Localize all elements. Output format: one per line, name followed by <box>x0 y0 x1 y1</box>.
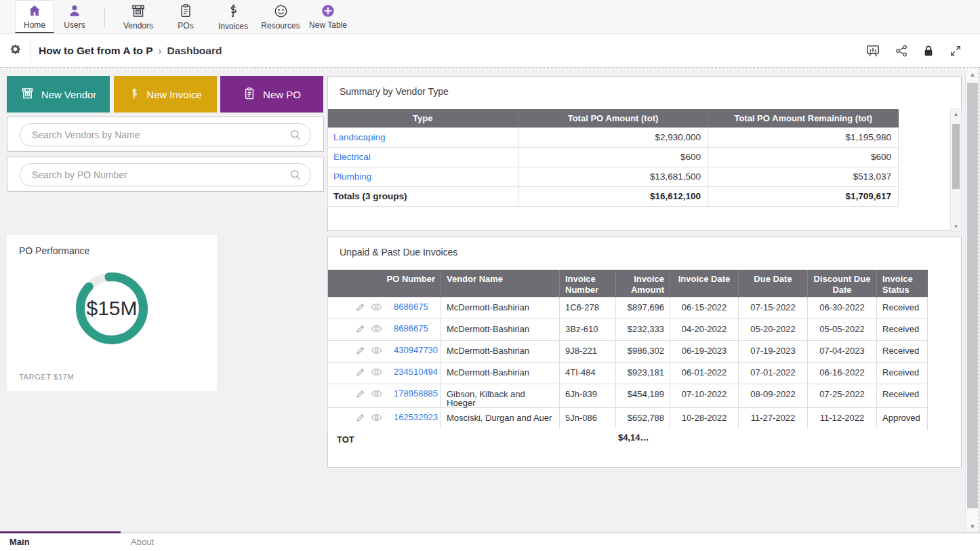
summary-column-header[interactable]: Type <box>328 109 518 127</box>
top-nav: Home UsersA Vendors POs Invoices Resourc… <box>0 0 980 34</box>
invoice-date-cell: 04-20-2022 <box>670 319 739 340</box>
invoices-column-header[interactable]: Invoice Number <box>560 270 616 297</box>
tab-about[interactable]: About <box>131 532 154 551</box>
invoice-status-cell: Received <box>877 340 928 362</box>
search-icon[interactable] <box>289 129 302 141</box>
nav-tab-home[interactable]: Home <box>15 0 54 33</box>
total-po-remaining-cell: $1,195,980 <box>708 127 899 147</box>
invoice-number-cell: 5Jn-086 <box>560 407 616 429</box>
po-number-link[interactable]: 178958885 <box>394 389 438 398</box>
invoices-column-header[interactable]: Invoice Status <box>877 270 928 297</box>
fullscreen-icon[interactable] <box>949 44 962 58</box>
preview-frame-edge <box>979 68 979 532</box>
invoice-status-cell: Received <box>877 297 928 319</box>
edit-icon[interactable] <box>355 367 366 377</box>
page-scroll-thumb[interactable] <box>967 83 978 508</box>
po-search-input[interactable] <box>20 169 289 180</box>
summary-panel: Summary by Vendor Type TypeTotal PO Amou… <box>327 76 962 231</box>
new-po-button[interactable]: New PO <box>220 76 323 113</box>
summary-column-header[interactable]: Total PO Amount Remaining (tot) <box>708 109 899 127</box>
totals-label-cell: Totals (3 groups) <box>328 186 518 206</box>
invoice-number-cell: 3Bz-610 <box>560 319 616 340</box>
po-number-link[interactable]: 8686675 <box>394 302 428 311</box>
po-number-link[interactable]: 234510494 <box>394 367 438 376</box>
summary-column-header[interactable]: Total PO Amount (tot) <box>518 109 708 127</box>
search-icon[interactable] <box>289 169 302 181</box>
invoice-amount-cell: $897,696 <box>616 297 670 319</box>
invoices-column-header[interactable]: Discount Due Date <box>808 270 877 297</box>
vendor-search-panel <box>7 117 324 152</box>
summary-scrollbar[interactable]: ▲ ▼ <box>950 108 962 232</box>
svg-text:A: A <box>26 92 28 96</box>
present-board-icon[interactable] <box>865 44 880 58</box>
scroll-up-icon[interactable]: ▲ <box>966 69 979 80</box>
summary-title: Summary by Vendor Type <box>340 86 449 97</box>
new-vendor-button[interactable]: A New Vendor <box>7 76 110 113</box>
invoices-footer-row: TOT $4,14… <box>328 428 927 451</box>
view-icon[interactable] <box>371 367 382 377</box>
vendor-type-link[interactable]: Electrical <box>333 152 371 162</box>
invoice-date-cell: 10-28-2022 <box>670 407 739 429</box>
edit-icon[interactable] <box>355 388 366 399</box>
bottom-tab-bar: MainAbout <box>0 532 980 551</box>
po-number-link[interactable]: 8686675 <box>394 324 428 333</box>
invoice-status-cell: Received <box>877 319 928 340</box>
invoices-header-row: PO NumberVendor NameInvoice NumberInvoic… <box>328 270 928 297</box>
invoices-column-header[interactable]: Invoice Amount <box>616 270 670 297</box>
summary-table: TypeTotal PO Amount (tot)Total PO Amount… <box>327 109 899 207</box>
vendor-type-link[interactable]: Plumbing <box>333 171 371 182</box>
scroll-down-icon[interactable]: ▼ <box>951 222 961 231</box>
vendor-type-link-cell: Landscaping <box>328 127 518 147</box>
invoices-column-header[interactable]: Vendor Name <box>441 270 560 297</box>
view-icon[interactable] <box>371 389 382 399</box>
summary-scroll-thumb[interactable] <box>952 124 960 189</box>
discount-due-date-cell: 06-16-2022 <box>808 362 877 384</box>
nav-item-invoices[interactable]: Invoices <box>209 0 257 33</box>
scroll-down-icon[interactable]: ▼ <box>966 521 979 532</box>
home-icon <box>27 3 42 18</box>
po-number-link[interactable]: 430947730 <box>394 346 438 354</box>
vendor-search-input[interactable] <box>20 129 289 140</box>
tab-main[interactable]: Main <box>9 532 30 551</box>
share-icon[interactable] <box>895 44 908 58</box>
scroll-up-icon[interactable]: ▲ <box>951 109 961 119</box>
nav-item-vendors[interactable]: A Vendors <box>115 0 162 33</box>
vendor-name-cell: Mosciski, Durgan and Auer <box>441 407 560 429</box>
nav-label: Users <box>64 20 85 30</box>
vendor-type-link[interactable]: Landscaping <box>333 132 386 142</box>
invoices-column-header[interactable]: Due Date <box>739 270 808 297</box>
due-date-cell: 07-01-2022 <box>739 362 808 384</box>
po-number-cell: 8686675 <box>328 319 441 340</box>
edit-icon[interactable] <box>355 412 366 423</box>
invoices-column-header[interactable]: PO Number <box>328 270 441 297</box>
discount-due-date-cell: 11-12-2022 <box>808 407 877 429</box>
nav-item-pos[interactable]: POs <box>162 0 209 33</box>
po-icon <box>243 86 256 103</box>
view-icon[interactable] <box>371 324 382 333</box>
po-number-cell: 234510494 <box>328 362 441 384</box>
page-scrollbar[interactable]: ▲ ▼ <box>965 69 979 532</box>
view-icon[interactable] <box>371 302 382 312</box>
nav-tab-users[interactable]: Users <box>54 0 95 33</box>
view-icon[interactable] <box>371 346 382 355</box>
edit-icon[interactable] <box>355 302 366 312</box>
po-search-pill <box>20 163 311 186</box>
nav-item-resources[interactable]: Resources <box>257 0 304 33</box>
lock-icon[interactable] <box>922 44 935 58</box>
po-number-link[interactable]: 162532923 <box>394 413 438 422</box>
new-invoice-button[interactable]: New Invoice <box>114 76 217 113</box>
donut-gauge: $15M <box>74 270 150 346</box>
invoices-column-header[interactable]: Invoice Date <box>670 270 739 297</box>
nav-item-new-table[interactable]: New Table <box>304 0 352 33</box>
discount-due-date-cell: 05-05-2022 <box>808 319 877 340</box>
edit-icon[interactable] <box>355 345 366 356</box>
invoice-row: 234510494 McDermott-Bashirian 4TI-484 $9… <box>328 362 928 384</box>
due-date-cell: 08-09-2022 <box>739 384 808 407</box>
settings-gear-button[interactable] <box>0 43 30 58</box>
edit-icon[interactable] <box>355 323 366 334</box>
vendor-name-cell: McDermott-Bashirian <box>441 319 560 340</box>
invoice-amount-cell: $454,189 <box>616 384 670 407</box>
view-icon[interactable] <box>371 413 382 422</box>
nav-label: Resources <box>261 21 300 30</box>
invoice-date-cell: 06-01-2022 <box>670 362 739 384</box>
